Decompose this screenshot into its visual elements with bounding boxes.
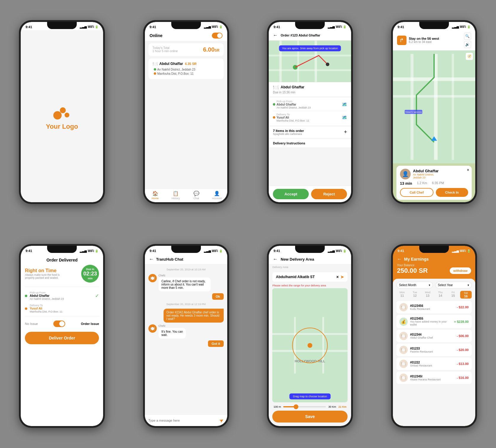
nav-account-label: Account bbox=[212, 197, 222, 200]
screen: 9:41 ▂▃▅ WiFi 🔋 Online Today's Total 1 h… bbox=[145, 22, 227, 202]
day-thu: Thu 14 bbox=[435, 291, 446, 299]
status-text: Right on Time bbox=[25, 268, 66, 273]
trans-name-1: Kudu Restaurant bbox=[410, 307, 455, 310]
wifi-icon: WiFi bbox=[460, 249, 466, 253]
search-control[interactable]: 🔍 bbox=[464, 33, 471, 40]
battery-icon: 🔋 bbox=[219, 25, 223, 28]
withdraw-button[interactable]: withdraw bbox=[450, 267, 471, 274]
expand-icon[interactable]: + bbox=[344, 129, 347, 135]
svg-rect-16 bbox=[452, 54, 454, 160]
day-wed: Wed 13 bbox=[422, 291, 433, 299]
battery-icon: 🔋 bbox=[467, 249, 471, 253]
back-icon[interactable]: ← bbox=[149, 256, 154, 262]
trans-name-4: Pastrito Restaurant bbox=[410, 350, 455, 353]
history-icon: 📋 bbox=[173, 191, 179, 196]
back-icon[interactable]: ← bbox=[273, 256, 278, 262]
map-icon[interactable]: 🗺️ bbox=[342, 102, 347, 107]
month-filter[interactable]: Select Month ▾ bbox=[396, 282, 433, 288]
phone-online: 9:41 ▂▃▅ WiFi 🔋 Online Today's Total 1 h… bbox=[143, 20, 229, 204]
pickup-address: An Nakhil District, Jeddah 23 bbox=[30, 297, 64, 300]
signal-icon: ▂▃▅ bbox=[204, 249, 211, 253]
nav-home[interactable]: 🏠 Home bbox=[145, 191, 166, 200]
deliver-order-button[interactable]: Deliver Order bbox=[25, 332, 99, 344]
svg-text:TRINITY WOODS: TRINITY WOODS bbox=[405, 111, 422, 113]
delivery-row: Delivery To Yusuf Ali Manfouha Dist, P.O… bbox=[25, 304, 99, 313]
time: 9:41 bbox=[25, 249, 32, 253]
action-row: Accept Reject bbox=[269, 186, 351, 202]
phone-chat: 9:41 ▂▃▅ WiFi 🔋 ← TranzHub Chat Septembe… bbox=[143, 244, 229, 428]
volume-control[interactable]: 🔊 bbox=[464, 41, 471, 48]
trans-id-3: #012344 bbox=[410, 333, 455, 336]
earnings-title: My Earnings bbox=[404, 257, 429, 262]
chef-row: 🍽️ Abdul Ghaffar bbox=[273, 85, 347, 90]
chef-icon: 🍽️ bbox=[273, 85, 279, 90]
slider-track[interactable] bbox=[283, 406, 326, 407]
phone-order-detail: 9:41 ▂▃▅ WiFi 🔋 ← Order #123 Abdul Ghaff… bbox=[267, 20, 353, 204]
online-title: Online bbox=[150, 33, 163, 38]
save-button[interactable]: Save bbox=[272, 411, 348, 423]
got-it-button[interactable]: Got it bbox=[208, 340, 224, 347]
chef-info: 🍽️ Abdul Ghaffar Due in 15:36 min bbox=[269, 82, 351, 96]
nav-chat[interactable]: 💬 Chat bbox=[186, 191, 207, 200]
items-info: 7 Items in this order Spaghetti allo car… bbox=[273, 129, 304, 135]
send-icon[interactable]: ➤ bbox=[218, 417, 225, 425]
status-info: Right on Time Always make sure the food … bbox=[25, 268, 66, 279]
slider-thumb[interactable] bbox=[294, 404, 298, 409]
nav-account[interactable]: 👤 Account bbox=[207, 191, 227, 200]
call-chef-button[interactable]: Call Chef bbox=[400, 188, 433, 197]
compass-icon[interactable]: 🧭 bbox=[466, 53, 473, 60]
today-info: Today's Total 1 hour 5 min online bbox=[153, 46, 178, 53]
year-filter[interactable]: Select Year ▾ bbox=[435, 282, 472, 288]
delivery-to: Delivery To Yusuf Ali Manfouha Dist, P.O… bbox=[273, 113, 347, 122]
accept-button[interactable]: Accept bbox=[273, 189, 309, 199]
nav-history-label: History bbox=[172, 197, 180, 200]
trans-icon-1: 🍽️ bbox=[399, 303, 408, 311]
area-actions: × ➤ bbox=[336, 275, 344, 279]
phone-delivered-cell: 9:41 ▂▃▅ WiFi 🔋 Order Delivered Right on… bbox=[0, 224, 124, 448]
issue-toggle[interactable] bbox=[53, 321, 65, 327]
map-icon2[interactable]: 🗺️ bbox=[342, 115, 347, 120]
pickup-name: Abdul Ghaffar bbox=[30, 294, 64, 297]
wifi-icon: WiFi bbox=[336, 25, 342, 28]
transaction-1: 🍽️ #0123456 Kudu Restaurant - $22.00 bbox=[396, 301, 472, 313]
nav-chat-label: Chat bbox=[193, 197, 199, 200]
reject-button[interactable]: Reject bbox=[311, 189, 347, 199]
divider bbox=[273, 111, 347, 111]
send-location-icon[interactable]: ➤ bbox=[340, 275, 344, 279]
trans-info-5: #01222 Sinbad Restaurant bbox=[410, 361, 455, 367]
chat-date2: September 20, 2019 at 12:19 PM bbox=[148, 303, 224, 306]
notch-earnings bbox=[419, 246, 449, 253]
nav-history[interactable]: 📋 History bbox=[165, 191, 186, 200]
pickup-address: An Nakhil District, Jeddah 23 bbox=[276, 106, 311, 109]
area-input[interactable]: Abdulhamid Alkatib ST × ➤ bbox=[272, 272, 348, 282]
map-svg: TRINITY WOODS bbox=[393, 50, 475, 163]
wifi-icon: WiFi bbox=[336, 249, 342, 253]
pickup-address: An Nakhil District, Jeddah 23 bbox=[157, 68, 195, 71]
phone-order-detail-cell: 9:41 ▂▃▅ WiFi 🔋 ← Order #123 Abdul Ghaff… bbox=[248, 0, 372, 224]
msg3-group: 🍽️ Chefz It's fine. You can wait. bbox=[148, 324, 224, 339]
day-num: 13 bbox=[422, 294, 433, 297]
order-card[interactable]: 🍽️ Abdul Ghaffar 4.35 SR An Nakhil Distr… bbox=[148, 58, 224, 79]
clear-icon[interactable]: × bbox=[336, 275, 339, 279]
chat-input[interactable] bbox=[148, 419, 217, 422]
today-total-card: Today's Total 1 hour 5 min online 6.00SR bbox=[148, 43, 224, 56]
dropoff-dot bbox=[154, 72, 156, 75]
ok-button[interactable]: Ok bbox=[212, 293, 224, 300]
due-badge: Due in 02:23 min bbox=[81, 265, 99, 283]
phone-splash: 9:41 ▂▃▅ WiFi 🔋 Your Logo bbox=[19, 20, 105, 204]
close-button[interactable]: × bbox=[467, 168, 469, 172]
check-in-button[interactable]: Check In bbox=[436, 188, 468, 197]
chat-messages: September 20, 2019 at 10:19 AM 🍽️ Chefz … bbox=[145, 264, 227, 414]
notch bbox=[47, 246, 77, 253]
splash-screen: Your Logo bbox=[21, 30, 103, 202]
online-toggle[interactable] bbox=[212, 33, 223, 39]
signal-icon: ▂▃▅ bbox=[204, 25, 211, 28]
back-icon[interactable]: ← bbox=[397, 256, 402, 262]
back-icon[interactable]: ← bbox=[273, 33, 278, 38]
chat-icon: 💬 bbox=[193, 191, 199, 196]
delivery-section: Delivery To Yusuf Ali Manfouha Dist, P.O… bbox=[25, 304, 99, 313]
day-sat[interactable]: Sat 16 bbox=[460, 291, 472, 299]
online-content: Today's Total 1 hour 5 min online 6.00SR… bbox=[145, 41, 227, 202]
delivery-address: Manfouha Dist, P.O.Box: 11 bbox=[276, 119, 309, 122]
transaction-3: 🍽️ #012344 Abdul Ghaffar Chef - $06.00 bbox=[396, 330, 472, 342]
